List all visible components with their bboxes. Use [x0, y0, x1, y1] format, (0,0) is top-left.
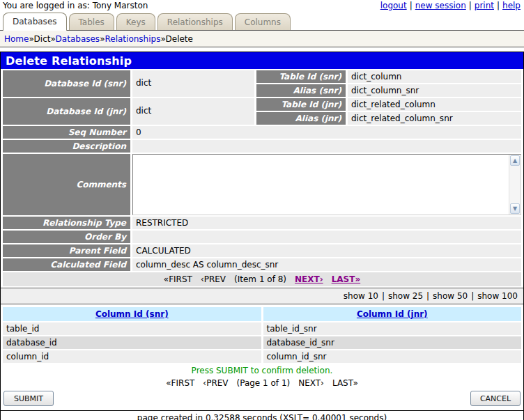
field-value-calculated-field: column_desc AS column_desc_snr [132, 258, 521, 271]
main-panel: Delete Relationship Database Id (snr) di… [0, 52, 524, 420]
form-row: Parent Field CALCULATED [3, 244, 521, 257]
textarea-scrollbar[interactable]: ▲ ▼ [509, 155, 521, 215]
item-navigation: «FIRST‹PREV(Item 1 of 8)NEXT›LAST» [3, 272, 521, 286]
page-nav-last-disabled: LAST» [332, 378, 358, 388]
field-label-order-by: Order By [3, 231, 130, 243]
submit-button[interactable]: SUBMIT [3, 391, 54, 406]
form-row: Database Id (snr) dict Table Id (snr) di… [3, 70, 521, 97]
grid-cell: database_id_snr [263, 336, 522, 349]
cancel-button[interactable]: CANCEL [470, 391, 521, 406]
breadcrumb-relationships[interactable]: Relationships [105, 34, 160, 44]
link-separator: | [410, 1, 413, 10]
grid-cell: column_id [3, 350, 261, 363]
field-label-database-id-snr: Database Id (snr) [3, 70, 130, 97]
field-value-alias-snr: dict_column_snr [348, 84, 521, 97]
list-section: Column Id (snr) Column Id (jnr) table_id… [1, 304, 523, 410]
form-row: Order By [3, 231, 521, 243]
field-label-table-id-jnr: Table Id (jnr) [256, 98, 346, 111]
table-row: table_id table_id_snr [3, 322, 521, 335]
page-nav-first-disabled: «FIRST [166, 378, 194, 388]
field-value-relationship-type: RESTRICTED [132, 217, 521, 229]
breadcrumb-dict: Dict [34, 34, 51, 44]
scroll-down-icon[interactable]: ▼ [510, 203, 520, 214]
field-label-table-id-snr: Table Id (snr) [256, 70, 346, 83]
form-row: Relationship Type RESTRICTED [3, 217, 521, 229]
field-value-alias-jnr: dict_related_column_snr [348, 112, 521, 125]
scroll-up-icon[interactable]: ▲ [510, 155, 520, 166]
show-options-row: show 10|show 25|show 50|show 100 [1, 288, 523, 304]
breadcrumb-databases[interactable]: Databases [56, 34, 100, 44]
tab-tables[interactable]: Tables [69, 13, 114, 30]
field-value-database-id-snr: dict [132, 70, 254, 97]
form-subrow: Table Id (jnr) dict_related_column [256, 98, 521, 111]
field-value-description [132, 140, 521, 153]
field-label-seq-number: Seq Number [3, 126, 130, 139]
detail-form: Database Id (snr) dict Table Id (snr) di… [1, 69, 523, 288]
breadcrumb-delete: Delete [166, 34, 193, 44]
tab-bar: Databases Tables Keys Relationships Colu… [0, 11, 524, 30]
tab-databases[interactable]: Databases [3, 13, 67, 31]
field-label-comments: Comments [3, 154, 130, 215]
tab-keys[interactable]: Keys [116, 13, 155, 30]
form-subcolumn: Table Id (jnr) dict_related_column Alias… [256, 98, 521, 125]
field-value-table-id-snr: dict_column [348, 70, 521, 83]
confirm-message: Press SUBMIT to confirm deletion. [3, 364, 521, 377]
logout-link[interactable]: logout [380, 1, 407, 10]
link-separator: | [469, 1, 472, 10]
field-label-calculated-field: Calculated Field [3, 258, 130, 271]
field-value-database-id-jnr: dict [132, 98, 254, 125]
form-row: Calculated Field column_desc AS column_d… [3, 258, 521, 271]
breadcrumb-home[interactable]: Home [4, 34, 29, 44]
table-row: column_id column_id_snr [3, 350, 521, 363]
breadcrumb: Home»Dict»Databases»Relationships»Delete [0, 30, 524, 47]
button-row: SUBMIT CANCEL [3, 389, 521, 409]
grid-cell: table_id [3, 322, 261, 335]
grid-cell: table_id_snr [263, 322, 522, 335]
field-value-seq-number: 0 [132, 126, 521, 139]
new-session-link[interactable]: new session [415, 1, 466, 10]
form-subcolumn: Table Id (snr) dict_column Alias (snr) d… [256, 70, 521, 97]
form-row: Description [3, 140, 521, 153]
help-link[interactable]: help [502, 1, 521, 10]
page-nav-status: (Page 1 of 1) [237, 378, 291, 388]
field-label-parent-field: Parent Field [3, 244, 130, 257]
show-50-option[interactable]: show 50 [433, 291, 468, 301]
link-separator: | [497, 1, 500, 10]
show-separator: | [426, 291, 429, 301]
field-value-table-id-jnr: dict_related_column [348, 98, 521, 111]
comments-textarea-frame: ▲ ▼ [132, 154, 521, 215]
tab-columns[interactable]: Columns [235, 13, 291, 30]
item-nav-last-link[interactable]: LAST» [332, 274, 361, 284]
top-links: logout|new session|print|help [380, 1, 521, 10]
comments-textarea[interactable] [133, 155, 509, 215]
column-id-snr-sort-link[interactable]: Column Id (snr) [95, 309, 169, 319]
breadcrumb-separator: » [29, 34, 33, 44]
tab-relationships[interactable]: Relationships [157, 13, 233, 30]
form-row: Seq Number 0 [3, 126, 521, 139]
item-nav-status: (Item 1 of 8) [234, 274, 286, 284]
print-link[interactable]: print [475, 1, 494, 10]
top-bar: You are logged in as: Tony Marston logou… [0, 0, 524, 11]
grid-cell: database_id [3, 336, 261, 349]
field-label-alias-jnr: Alias (jnr) [256, 112, 346, 125]
table-row: database_id database_id_snr [3, 336, 521, 349]
field-value-parent-field: CALCULATED [132, 244, 521, 257]
column-id-jnr-sort-link[interactable]: Column Id (jnr) [357, 309, 428, 319]
item-nav-next-link[interactable]: NEXT› [295, 274, 323, 284]
form-subrow: Alias (snr) dict_column_snr [256, 84, 521, 97]
form-subrow: Table Id (snr) dict_column [256, 70, 521, 83]
grid-cell: column_id_snr [263, 350, 522, 363]
item-nav-prev-disabled: ‹PREV [201, 274, 226, 284]
page-nav-prev-disabled: ‹PREV [203, 378, 228, 388]
show-separator: | [471, 291, 474, 301]
breadcrumb-separator: » [50, 34, 55, 44]
grid-header-cell: Column Id (jnr) [263, 307, 522, 321]
footer-status: page created in 0.32588 seconds (XSLT= 0… [1, 410, 523, 420]
item-nav-first-disabled: «FIRST [164, 274, 192, 284]
field-label-database-id-jnr: Database Id (jnr) [3, 98, 130, 125]
show-10-option[interactable]: show 10 [344, 291, 378, 301]
field-label-relationship-type: Relationship Type [3, 217, 130, 229]
grid-header-cell: Column Id (snr) [3, 307, 261, 321]
show-100-option[interactable]: show 100 [477, 291, 518, 301]
show-25-option[interactable]: show 25 [388, 291, 423, 301]
